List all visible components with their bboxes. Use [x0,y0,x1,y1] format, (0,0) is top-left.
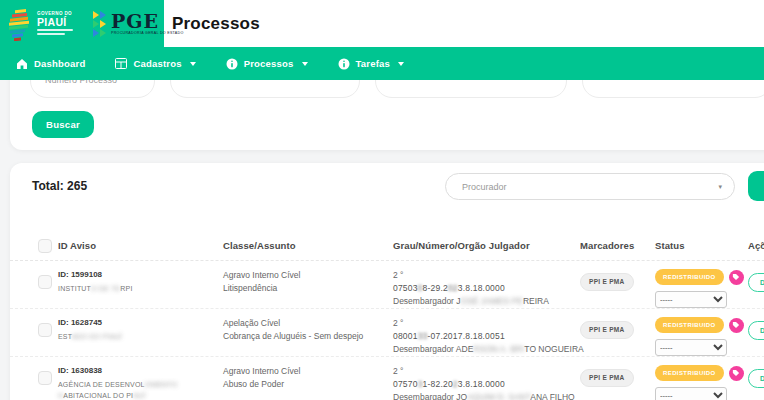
assunto: Cobrança de Aluguéis - Sem despejo [223,330,385,343]
id-aviso-cell: ID: 1599108 INSTITUTO DE TERPI [58,269,223,295]
total-count: Total: 265 [32,179,87,193]
grau: 2 ° [393,269,572,282]
chevron-down-icon: ▾ [718,183,722,191]
table-header-row: ID Aviso Classe/Assunto Grau/Número/Orgã… [10,231,764,261]
status-badge: REDISTRIBUIDO [655,365,724,381]
id-label: ID: [58,366,69,375]
pge-logo: PGE PROCURADORIA GERAL DO ESTADO [93,11,184,37]
id-value: 1630838 [71,366,102,375]
nav-item-processos[interactable]: Processos [226,58,308,70]
row-checkbox[interactable] [38,275,52,289]
info-icon [338,58,350,70]
marcador-badge: PPI E PMA [580,273,634,291]
table-row: ID: 1599108 INSTITUTO DE TERPI Agravo In… [10,261,764,309]
id-aviso-cell: ID: 1628745 ESTADO DO PIAUÍ [58,317,223,343]
tag-icon[interactable] [729,270,744,285]
id-value: 1599108 [71,270,102,279]
header-grau-numero: Grau/Número/Orgão Julgador [393,240,580,251]
status-select[interactable]: ----- [655,291,727,308]
status-select[interactable]: ----- [655,339,727,356]
grau-numero-cell: 2 ° 0800133-07.2017.8.18.0051 Desembarga… [393,317,580,355]
chevron-down-icon [190,62,196,66]
assunto: Abuso de Poder [223,378,385,391]
info-icon [226,58,238,70]
table-body: ID: 1599108 INSTITUTO DE TERPI Agravo In… [10,261,764,400]
grau-numero-cell: 2 ° 0750308-29.2023.8.18.0000 Desembarga… [393,269,580,307]
pge-chevrons-icon [93,11,107,37]
nav-label: Tarefas [356,58,391,69]
procurador-placeholder: Procurador [462,182,507,192]
table-row: ID: 1628745 ESTADO DO PIAUÍ Apelação Cív… [10,309,764,357]
judge-name: Desembargador ADERSON A. BRITO NOGUEIRA [393,343,572,356]
row-checkbox[interactable] [38,323,52,337]
detalhes-button[interactable]: DETALHES [748,369,764,388]
grau: 2 ° [393,317,572,330]
marcadores-cell: PPI E PMA [580,269,655,291]
process-number: 0750308-29.2023.8.18.0000 [393,282,572,295]
id-value: 1628745 [71,318,102,327]
assunto: Litispendência [223,282,385,295]
grau: 2 ° [393,365,572,378]
tag-icon[interactable] [729,366,744,381]
table-row: ID: 1630838 AGÊNCIA DE DESENVOLVIMENTO H… [10,357,764,400]
status-cell: REDISTRIBUIDO ----- [655,317,748,356]
tag-icon[interactable] [729,318,744,333]
process-number: 0757031-82.2023.8.18.0000 [393,378,572,391]
detalhes-button[interactable]: DETALHES [748,273,764,292]
app-viewport: GOVERNO DO PIAUÍ PGE PROC [0,0,764,400]
gov-logo-line2: PIAUÍ [37,17,73,28]
buscar-button[interactable]: Buscar [32,111,94,138]
navbar: Dashboard Cadastros Processos [0,47,764,80]
detalhes-button[interactable]: DETALHES [748,321,764,340]
marcadores-cell: PPI E PMA [580,317,655,339]
header-marcadores: Marcadores [580,240,655,251]
judge-name: Desembargador JOAQUIM D. SANTANA FILHO [393,391,572,400]
nav-item-cadastros[interactable]: Cadastros [115,58,195,69]
classe-assunto-cell: Agravo Interno Cível Litispendência [223,269,393,295]
results-card: Total: 265 Procurador ▾ ID Aviso Classe/… [10,163,764,400]
procurador-select[interactable]: Procurador ▾ [445,173,735,200]
gov-tagline-line [37,33,65,35]
status-badge: REDISTRIBUIDO [655,317,724,333]
judge-name: Desembargador JOSÉ JAMES PEREIRA [393,295,572,308]
header-classe-assunto: Classe/Assunto [223,240,393,251]
page-title: Processos [172,0,260,47]
gov-tagline-line [37,29,73,31]
status-badge: REDISTRIBUIDO [655,269,724,285]
nav-item-dashboard[interactable]: Dashboard [16,58,85,70]
actions-cut-button[interactable] [748,171,764,201]
nav-label: Cadastros [133,58,181,69]
piaui-map-icon [7,7,33,41]
marcador-badge: PPI E PMA [580,369,634,387]
acoes-cell: DETALHES [748,365,764,388]
governo-piaui-logo: GOVERNO DO PIAUÍ [7,7,73,41]
acoes-cell: DETALHES [748,317,764,340]
acoes-cell: DETALHES [748,269,764,292]
marcador-badge: PPI E PMA [580,321,634,339]
nav-item-tarefas[interactable]: Tarefas [338,58,405,70]
nav-label: Processos [244,58,294,69]
status-cell: REDISTRIBUIDO ----- [655,269,748,308]
party-name: AGÊNCIA DE DESENVOLVIMENTO HABITACIONAL … [58,380,215,400]
chevron-down-icon [302,62,308,66]
chevron-down-icon [398,62,404,66]
row-checkbox[interactable] [38,371,52,385]
header-id-aviso: ID Aviso [58,240,223,251]
party-name: INSTITUTO DE TERPI [58,284,215,295]
table-icon [115,58,127,69]
header-status: Status [655,240,748,251]
header-acoes: Ações [748,240,764,251]
id-aviso-cell: ID: 1630838 AGÊNCIA DE DESENVOLVIMENTO H… [58,365,223,400]
id-label: ID: [58,270,69,279]
logo-block: GOVERNO DO PIAUÍ PGE PROC [0,0,164,47]
status-select[interactable]: ----- [655,387,727,400]
classe: Agravo Interno Cível [223,365,385,378]
process-number: 0800133-07.2017.8.18.0051 [393,330,572,343]
classe-assunto-cell: Agravo Interno Cível Abuso de Poder [223,365,393,391]
classe: Apelação Cível [223,317,385,330]
home-icon [16,58,28,70]
grau-numero-cell: 2 ° 0757031-82.2023.8.18.0000 Desembarga… [393,365,580,400]
select-all-checkbox[interactable] [38,239,52,253]
top-header: GOVERNO DO PIAUÍ PGE PROC [0,0,764,47]
status-cell: REDISTRIBUIDO ----- [655,365,748,400]
